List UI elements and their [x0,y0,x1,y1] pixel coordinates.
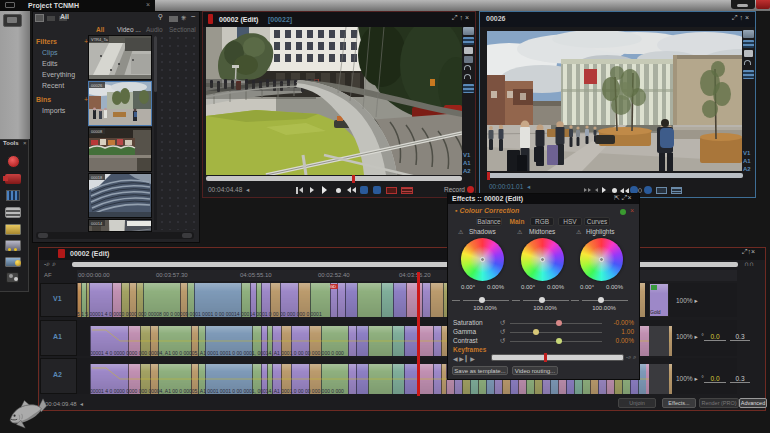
svg-text:00008: 00008 [91,129,103,134]
svg-text:00018: 00018 [91,175,103,180]
svg-text:00026: 00026 [91,83,103,88]
svg-text:VTR4_Ta: VTR4_Ta [91,37,108,42]
svg-text:00014: 00014 [91,221,103,226]
